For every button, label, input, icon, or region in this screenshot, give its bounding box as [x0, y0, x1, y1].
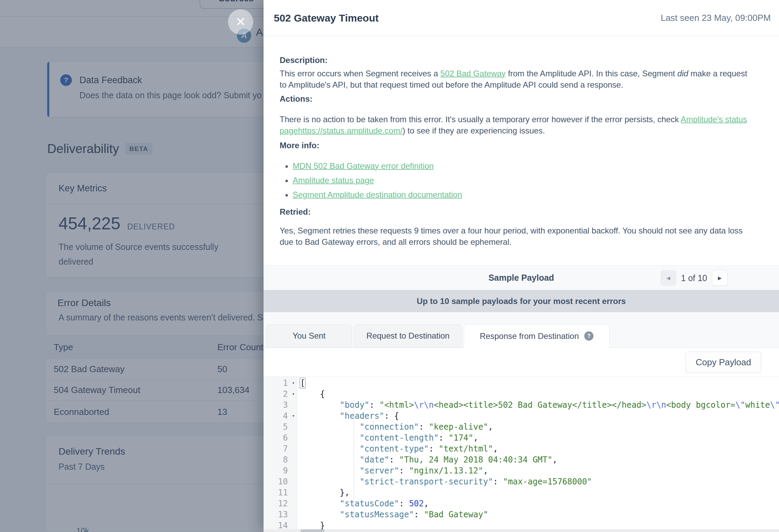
code-token: :	[399, 466, 409, 476]
horizontal-scrollbar[interactable]	[264, 529, 779, 532]
list-item: Segment Amplitude destination documentat…	[293, 188, 755, 202]
payload-toolbar: Copy Payload	[264, 348, 779, 377]
code-area: [ { "body": "<html>\r\n<head><title>502 …	[297, 377, 779, 532]
code-token: <body bgcolor=	[666, 400, 735, 410]
description-label: Description:	[280, 55, 755, 66]
code-token: \r\n	[646, 400, 666, 410]
code-line: "statusMessage": "Bad Gateway"	[300, 509, 779, 520]
code-token: :	[389, 455, 399, 465]
code-token: "date"	[359, 455, 389, 465]
code-token: "max-age=15768000"	[503, 477, 592, 486]
amplitude-status-link[interactable]: Amplitude status page	[293, 176, 374, 185]
code-line: "content-type": "text/html",	[300, 443, 779, 454]
code-token: {	[300, 389, 325, 399]
code-token: :	[369, 400, 379, 410]
actions-text: There is no action to be taken from this…	[280, 114, 755, 136]
tab-response-from-destination[interactable]: Response from Destination ?	[464, 324, 610, 348]
tab-you-sent[interactable]: You Sent	[266, 324, 352, 347]
line-number: 10	[278, 476, 288, 487]
chevron-left-icon: ◀	[666, 275, 670, 281]
retried-text: Yes, Segment retries these requests 9 ti…	[280, 225, 755, 248]
code-token: ,	[424, 499, 429, 508]
code-token	[300, 400, 340, 410]
gutter-row: 3	[264, 400, 297, 410]
code-token: :	[439, 433, 449, 443]
more-info-list: MDN 502 Bad Gateway error definition Amp…	[280, 159, 755, 202]
actions-label: Actions:	[280, 93, 755, 104]
indent-guide	[373, 421, 374, 487]
description-text: This error occurs when Segment receives …	[280, 68, 755, 90]
gutter-row: 11	[264, 487, 297, 498]
code-token: white	[745, 400, 770, 410]
next-payload-button[interactable]: ▶	[712, 270, 728, 286]
code-token: :	[419, 422, 429, 432]
code-token: "text/html"	[439, 444, 493, 454]
code-token: :	[414, 510, 424, 519]
code-token: ,	[552, 455, 557, 465]
payload-info-banner: Up to 10 sample payloads for your most r…	[264, 290, 779, 312]
code-token: <head><title>502 Bad Gateway</title></he…	[434, 400, 646, 410]
code-token: "headers"	[340, 411, 384, 421]
json-code-viewer[interactable]: 1▾2▾34▾567891011121314 [ { "body": "<htm…	[264, 377, 779, 532]
help-icon[interactable]: ?	[584, 331, 593, 341]
line-number: 11	[278, 487, 288, 498]
close-drawer-button[interactable]: ✕	[228, 9, 253, 35]
code-token: "body"	[340, 400, 370, 410]
code-token: ,	[488, 422, 493, 432]
mdn-link[interactable]: MDN 502 Bad Gateway error definition	[293, 161, 434, 170]
payload-tabs: You Sent Request to Destination Response…	[264, 324, 779, 348]
text-segment: There is no action to be taken from this…	[280, 115, 681, 124]
code-token	[300, 422, 359, 432]
line-number: 3	[283, 400, 288, 410]
code-token: \"	[736, 400, 745, 410]
line-number: 12	[278, 498, 288, 509]
list-item: Amplitude status page	[293, 173, 755, 188]
code-line: "body": "<html>\r\n<head><title>502 Bad …	[300, 400, 779, 410]
tab-label: Request to Destination	[367, 331, 450, 341]
gutter-row: 13	[264, 509, 297, 520]
text-segment: did	[677, 69, 688, 78]
line-number: 1	[283, 378, 288, 389]
code-token: :	[399, 499, 409, 508]
scrollbar-thumb[interactable]	[301, 529, 324, 532]
copy-payload-button[interactable]: Copy Payload	[686, 352, 761, 373]
fold-caret-icon[interactable]: ▾	[292, 378, 295, 389]
code-token	[300, 477, 359, 486]
previous-payload-button[interactable]: ◀	[661, 270, 676, 286]
gutter-row: 7	[264, 443, 297, 454]
code-token: "Thu, 24 May 2018 04:40:34 GMT"	[399, 455, 552, 465]
code-line: "headers": {	[300, 410, 779, 421]
gutter-row: 5	[264, 421, 297, 432]
code-line: "connection": "keep-alive",	[300, 421, 779, 432]
more-info-label: More info:	[280, 140, 755, 151]
gutter-row: 10	[264, 476, 297, 487]
code-token: "server"	[359, 466, 399, 476]
code-line: "date": "Thu, 24 May 2018 04:40:34 GMT",	[300, 454, 779, 465]
sample-payload-title: Sample Payload	[488, 273, 554, 283]
code-token: :	[493, 477, 503, 486]
fold-caret-icon[interactable]: ▾	[292, 410, 295, 421]
text-segment: ) to see if they are experiencing issues…	[403, 126, 545, 135]
code-token: },	[300, 488, 350, 497]
drawer-title: 502 Gateway Timeout	[274, 0, 379, 36]
gutter-row: 4▾	[264, 410, 297, 421]
code-line: "content-length": "174",	[300, 432, 779, 443]
drawer-body: Description: This error occurs when Segm…	[280, 36, 755, 248]
code-token	[300, 444, 359, 454]
code-token	[300, 433, 359, 443]
close-icon: ✕	[235, 15, 246, 29]
line-number: 5	[283, 421, 288, 432]
indent-guide	[354, 400, 354, 520]
code-line: },	[300, 487, 779, 498]
code-token: ,	[473, 433, 478, 443]
tab-request-to-destination[interactable]: Request to Destination	[354, 324, 462, 347]
segment-docs-link[interactable]: Segment Amplitude destination documentat…	[293, 190, 462, 199]
line-number: 13	[278, 509, 288, 520]
code-token: "nginx/1.13.12"	[409, 466, 483, 476]
text-segment: This error occurs when Segment receives …	[280, 69, 440, 78]
drawer-header: 502 Gateway Timeout Last seen 23 May, 09…	[264, 0, 779, 36]
line-number: 8	[283, 454, 288, 465]
fold-caret-icon[interactable]: ▾	[292, 389, 295, 400]
inline-link[interactable]: 502 Bad Gateway	[440, 69, 506, 78]
code-token: ,	[483, 466, 488, 476]
